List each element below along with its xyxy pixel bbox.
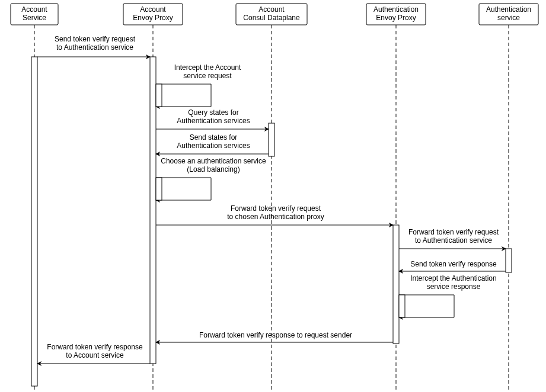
svg-text:Choose an authentication servi: Choose an authentication service(Load ba… xyxy=(161,157,266,173)
svg-rect-13 xyxy=(156,84,162,107)
sequence-diagram: AccountService AccountEnvoy Proxy Accoun… xyxy=(0,0,546,392)
msg-query-states: Query states forAuthentication services xyxy=(156,108,269,129)
msg-intercept-account-request: Intercept the Accountservice request xyxy=(156,63,241,107)
msg-forward-response-to-sender: Forward token verify response to request… xyxy=(156,331,393,342)
activation-auth-service xyxy=(506,249,512,272)
svg-text:Query states forAuthentication: Query states forAuthentication services xyxy=(177,108,250,125)
participant-label: AuthenticationEnvoy Proxy xyxy=(373,5,419,22)
lifeline-auth-service: Authenticationservice xyxy=(479,4,538,391)
msg-send-states: Send states forAuthentication services xyxy=(156,133,269,154)
msg-forward-to-auth-proxy: Forward token verify requestto chosen Au… xyxy=(156,204,393,225)
svg-text:Send states forAuthentication : Send states forAuthentication services xyxy=(177,133,250,150)
svg-text:Forward token verify response : Forward token verify response to request… xyxy=(199,331,352,339)
msg-choose-auth: Choose an authentication service(Load ba… xyxy=(156,157,266,200)
svg-text:Forward token verify requestto: Forward token verify requestto Authentic… xyxy=(408,228,499,245)
svg-text:Forward token verify requestto: Forward token verify requestto chosen Au… xyxy=(227,204,324,221)
svg-rect-27 xyxy=(399,295,405,317)
participant-label: AccountService xyxy=(21,5,47,22)
svg-text:Intercept the Authenticationse: Intercept the Authenticationservice resp… xyxy=(410,274,496,291)
msg-forward-to-auth-service: Forward token verify requestto Authentic… xyxy=(399,228,506,249)
svg-text:Forward token verify responset: Forward token verify responseto Account … xyxy=(47,343,143,359)
activation-account-service xyxy=(31,57,37,386)
svg-text:Send token verify response: Send token verify response xyxy=(410,260,497,268)
svg-text:Intercept the Accountservice r: Intercept the Accountservice request xyxy=(174,63,241,80)
activation-account-consul xyxy=(269,123,274,156)
activation-auth-envoy xyxy=(393,225,399,343)
svg-text:Send token verify requestto Au: Send token verify requestto Authenticati… xyxy=(55,35,136,52)
msg-send-verify-response: Send token verify response xyxy=(399,260,506,271)
msg-send-token-verify: Send token verify requestto Authenticati… xyxy=(37,35,150,57)
svg-rect-19 xyxy=(156,178,162,200)
msg-intercept-auth-response: Intercept the Authenticationservice resp… xyxy=(399,274,497,317)
msg-forward-response-to-account: Forward token verify responseto Account … xyxy=(37,343,150,364)
activation-account-envoy xyxy=(150,57,156,364)
